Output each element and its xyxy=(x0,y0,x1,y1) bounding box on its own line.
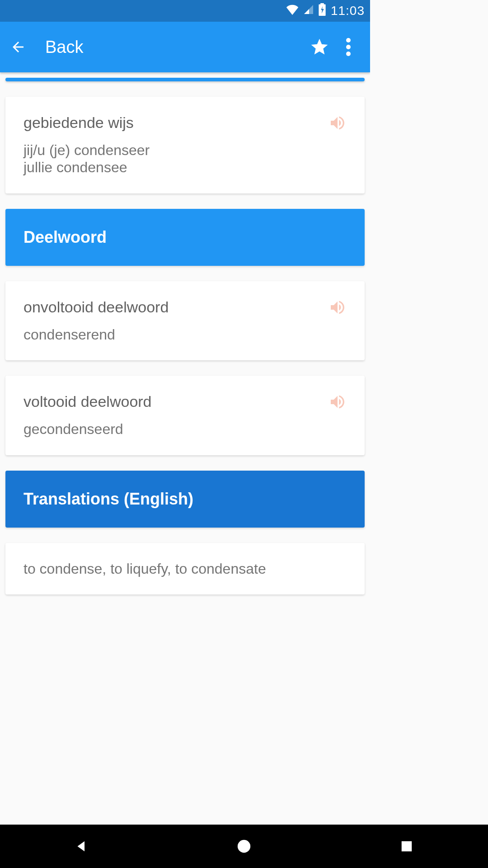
cell-signal-icon xyxy=(301,4,314,18)
battery-charging-icon xyxy=(316,3,326,19)
section-deelwoord: Deelwoord xyxy=(5,209,365,266)
card-body-line: gecondenseerd xyxy=(23,420,347,438)
speaker-icon[interactable] xyxy=(328,114,347,132)
onvoltooid-card: onvoltooid deelwoord condenserend xyxy=(5,281,365,360)
svg-point-2 xyxy=(346,38,351,42)
status-bar: 11:03 xyxy=(0,0,370,22)
svg-point-3 xyxy=(346,45,351,49)
imperative-card: gebiedende wijs jij/u (je) condenseer ju… xyxy=(5,97,365,193)
speaker-icon[interactable] xyxy=(328,298,347,316)
favorite-star-icon[interactable] xyxy=(305,33,334,61)
section-translations: Translations (English) xyxy=(5,471,365,528)
card-body-line: condenserend xyxy=(23,326,347,343)
previous-card-sliver xyxy=(5,78,365,81)
status-time: 11:03 xyxy=(331,4,365,18)
translation-text: to condense, to liquefy, to condensate xyxy=(23,560,347,577)
back-arrow-icon[interactable] xyxy=(7,36,29,58)
wifi-icon xyxy=(284,4,299,18)
more-vert-icon[interactable] xyxy=(334,33,363,61)
page-title: Back xyxy=(45,38,305,57)
app-bar: Back xyxy=(0,22,370,72)
translations-card: to condense, to liquefy, to condensate xyxy=(5,543,365,594)
svg-rect-1 xyxy=(320,3,324,5)
card-body-line: jullie condensee xyxy=(23,159,347,176)
speaker-icon[interactable] xyxy=(328,393,347,411)
voltooid-card: voltooid deelwoord gecondenseerd xyxy=(5,376,365,455)
card-title: voltooid deelwoord xyxy=(23,393,347,410)
svg-point-4 xyxy=(346,52,351,56)
content-area: gebiedende wijs jij/u (je) condenseer ju… xyxy=(0,72,370,615)
card-body-line: jij/u (je) condenseer xyxy=(23,142,347,159)
card-title: onvoltooid deelwoord xyxy=(23,298,347,316)
card-title: gebiedende wijs xyxy=(23,114,347,132)
